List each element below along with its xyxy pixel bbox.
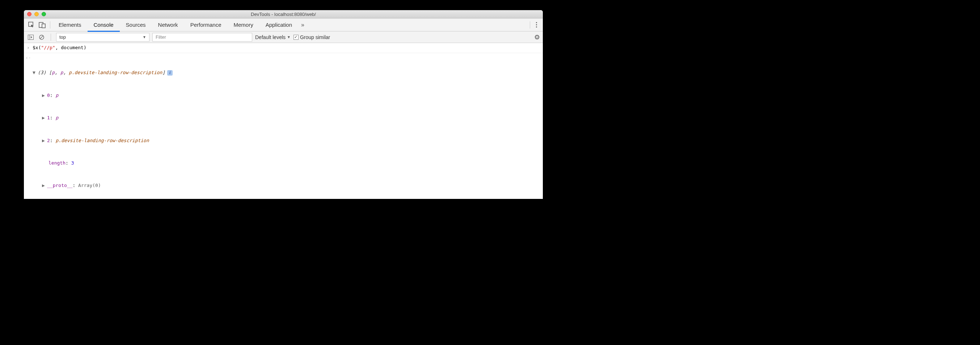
tab-performance[interactable]: Performance (184, 18, 228, 32)
console-result-row: ‹· ▼(3) [p, p, p.devsite-landing-row-des… (24, 53, 543, 199)
dropdown-icon: ▼ (143, 35, 146, 39)
output-icon: ‹· (24, 54, 33, 62)
tab-memory[interactable]: Memory (228, 18, 259, 32)
window-title: DevTools - localhost:8080/web/ (24, 11, 543, 17)
array-item[interactable]: ▶2: p.devsite-landing-row-description (33, 137, 539, 145)
tab-elements[interactable]: Elements (52, 18, 88, 32)
group-similar-checkbox[interactable]: ✓ (293, 35, 299, 40)
inspect-element-icon[interactable] (26, 19, 37, 30)
console-input-row: › $x("//p", document) (24, 43, 543, 53)
group-similar-label: Group similar (300, 34, 330, 40)
tab-console[interactable]: Console (88, 19, 120, 32)
console-command[interactable]: $x("//p", document) (33, 44, 543, 52)
tab-network[interactable]: Network (152, 18, 184, 32)
filter-placeholder: Filter (156, 34, 166, 40)
context-value: top (59, 34, 66, 40)
svg-line-6 (40, 36, 43, 39)
context-selector[interactable]: top ▼ (56, 33, 150, 41)
tab-sources[interactable]: Sources (120, 18, 152, 32)
dropdown-icon: ▼ (287, 35, 291, 39)
device-toolbar-icon[interactable] (37, 19, 48, 30)
expand-icon[interactable]: ▶ (42, 114, 47, 122)
array-proto[interactable]: ▶__proto__: Array(0) (33, 182, 539, 189)
expand-icon[interactable]: ▶ (42, 92, 47, 99)
titlebar: DevTools - localhost:8080/web/ (24, 10, 543, 18)
expand-icon[interactable]: ▶ (42, 182, 47, 189)
panel-tabs: Elements Console Sources Network Perform… (24, 18, 543, 32)
more-tabs-icon[interactable]: » (298, 22, 307, 28)
collapse-icon[interactable]: ▼ (33, 69, 38, 77)
expand-icon[interactable]: ▶ (42, 137, 47, 145)
input-prompt-icon: › (24, 44, 33, 52)
console-output: › $x("//p", document) ‹· ▼(3) [p, p, p.d… (24, 43, 543, 199)
tab-application[interactable]: Application (259, 18, 298, 32)
svg-rect-2 (42, 24, 45, 28)
log-levels-selector[interactable]: Default levels ▼ (255, 34, 291, 40)
info-badge-icon[interactable]: i (167, 70, 173, 76)
array-length: length: 3 (33, 159, 539, 167)
sidebar-toggle-icon[interactable] (27, 33, 35, 41)
console-toolbar: top ▼ Filter Default levels ▼ ✓ Group si… (24, 32, 543, 43)
levels-label: Default levels (255, 34, 286, 40)
settings-gear-icon[interactable]: ⚙ (534, 33, 540, 41)
clear-console-icon[interactable] (38, 33, 46, 41)
filter-input[interactable]: Filter (152, 33, 252, 41)
array-item[interactable]: ▶0: p (33, 92, 539, 99)
devtools-window: DevTools - localhost:8080/web/ Elements … (24, 10, 543, 199)
array-item[interactable]: ▶1: p (33, 114, 539, 122)
kebab-menu-icon[interactable] (532, 22, 541, 27)
array-summary[interactable]: ▼(3) [p, p, p.devsite-landing-row-descri… (33, 69, 539, 77)
